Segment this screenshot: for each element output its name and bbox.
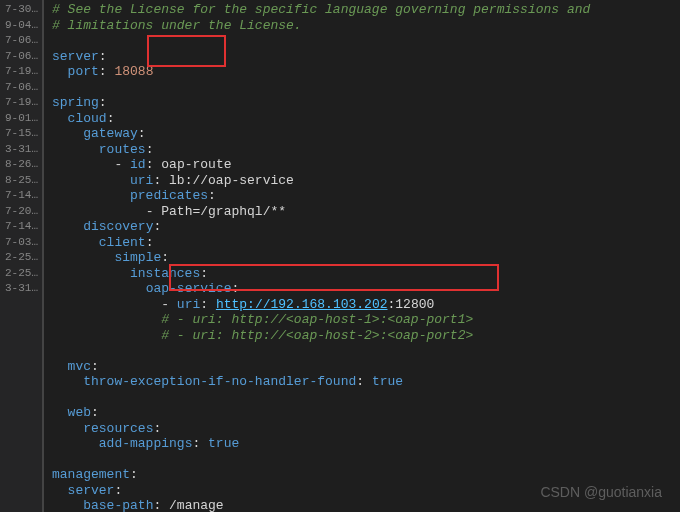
comment-line: # limitations under the License. <box>52 18 302 33</box>
yaml-key: cloud <box>68 111 107 126</box>
yaml-key: add-mappings <box>99 436 193 451</box>
yaml-value: true <box>372 374 403 389</box>
yaml-value: 18088 <box>114 64 153 79</box>
yaml-value: :12800 <box>388 297 435 312</box>
yaml-key: mvc <box>68 359 91 374</box>
watermark: CSDN @guotianxia <box>540 484 662 500</box>
yaml-key: uri <box>177 297 200 312</box>
yaml-key: port <box>68 64 99 79</box>
editor: 7-30… 9-04… 7-06… 7-06… 7-19… 7-06… 7-19… <box>0 0 680 512</box>
gutter-line: 7-14… <box>4 188 38 204</box>
yaml-key: management <box>52 467 130 482</box>
gutter-line: 2-25… <box>4 250 38 266</box>
yaml-key: oap-service <box>146 281 232 296</box>
comment-line: # - uri: http://<oap-host-2>:<oap-port2> <box>161 328 473 343</box>
gutter-line: 7-19… <box>4 64 38 80</box>
gutter-line: 7-03… <box>4 235 38 251</box>
yaml-key: uri <box>130 173 153 188</box>
gutter-line: 7-30… <box>4 2 38 18</box>
url-link[interactable]: http://192.168.103.202 <box>216 297 388 312</box>
yaml-value: lb://oap-service <box>169 173 294 188</box>
gutter-line: 7-14… <box>4 219 38 235</box>
gutter-line: 3-31… <box>4 142 38 158</box>
comment-line: # See the License for the specific langu… <box>52 2 590 17</box>
gutter-line: 7-06… <box>4 33 38 49</box>
yaml-key: throw-exception-if-no-handler-found <box>83 374 356 389</box>
code-area[interactable]: # See the License for the specific langu… <box>44 0 680 512</box>
yaml-value: /manage <box>169 498 224 512</box>
yaml-value: oap-route <box>161 157 231 172</box>
yaml-key: base-path <box>83 498 153 512</box>
comment-line: # - uri: http://<oap-host-1>:<oap-port1> <box>161 312 473 327</box>
yaml-key: web <box>68 405 91 420</box>
yaml-key: server <box>52 49 99 64</box>
yaml-key: client <box>99 235 146 250</box>
gutter-line: 2-25… <box>4 266 38 282</box>
gutter-line: 7-20… <box>4 204 38 220</box>
gutter-line: 3-31… <box>4 281 38 297</box>
yaml-key: gateway <box>83 126 138 141</box>
gutter-line: 9-01… <box>4 111 38 127</box>
gutter: 7-30… 9-04… 7-06… 7-06… 7-19… 7-06… 7-19… <box>0 0 44 512</box>
yaml-key: routes <box>99 142 146 157</box>
gutter-line: 7-06… <box>4 80 38 96</box>
gutter-line: 7-19… <box>4 95 38 111</box>
yaml-key: discovery <box>83 219 153 234</box>
yaml-value: true <box>208 436 239 451</box>
gutter-line: 7-06… <box>4 49 38 65</box>
yaml-key: predicates <box>130 188 208 203</box>
yaml-key: instances <box>130 266 200 281</box>
yaml-key: id <box>130 157 146 172</box>
yaml-value: Path=/graphql/** <box>161 204 286 219</box>
yaml-key: spring <box>52 95 99 110</box>
gutter-line: 8-26… <box>4 157 38 173</box>
gutter-line: 9-04… <box>4 18 38 34</box>
gutter-line: 8-25… <box>4 173 38 189</box>
yaml-key: simple <box>114 250 161 265</box>
gutter-line: 7-15… <box>4 126 38 142</box>
yaml-key: resources <box>83 421 153 436</box>
yaml-key: server <box>68 483 115 498</box>
